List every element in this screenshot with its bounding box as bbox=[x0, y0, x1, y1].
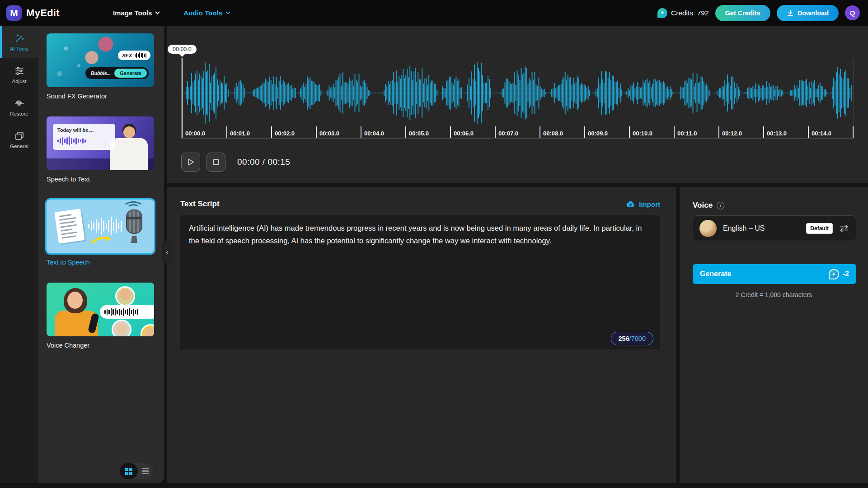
sound-fx-thumbnail: SFX Bubble... Generate bbox=[47, 33, 154, 87]
view-toggle bbox=[120, 463, 153, 479]
download-icon bbox=[787, 9, 794, 17]
rail-label: Adjust bbox=[12, 79, 27, 84]
list-view-button[interactable] bbox=[138, 468, 153, 474]
voice-avatar bbox=[699, 220, 717, 237]
voice-title: Voice bbox=[693, 201, 713, 210]
audio-wave-icon bbox=[14, 98, 25, 109]
menu-image-tools-label: Image Tools bbox=[113, 9, 152, 17]
credit-rate-note: 2 Credit = 1,000 characters bbox=[680, 291, 868, 298]
timeline-tick: 00:05.0 bbox=[405, 126, 406, 138]
avatar-bubble bbox=[115, 286, 135, 306]
stop-button[interactable] bbox=[206, 153, 225, 172]
credits-indicator[interactable]: ✦ Credits: 792 bbox=[657, 8, 709, 18]
menu-audio-tools-label: Audio Tools bbox=[183, 9, 222, 17]
rail-label: Restore bbox=[10, 111, 28, 116]
character-counter: 256 /7000 bbox=[611, 332, 654, 345]
info-icon[interactable]: i bbox=[717, 202, 724, 209]
navbar-right: ✦ Credits: 792 Get Credits Download Q bbox=[657, 5, 860, 21]
sliders-icon bbox=[14, 65, 25, 76]
timeline-tick: 00:14.0 bbox=[808, 126, 809, 138]
generate-label: Generate bbox=[700, 270, 731, 278]
import-button[interactable]: Import bbox=[626, 200, 660, 208]
sfx-pill: SFX bbox=[118, 51, 150, 60]
black-waveform-icon bbox=[100, 305, 154, 319]
play-icon bbox=[186, 158, 195, 167]
get-credits-button[interactable]: Get Credits bbox=[715, 5, 770, 21]
grid-icon bbox=[125, 468, 132, 475]
tool-card-text-to-speech[interactable]: Text to Speech bbox=[47, 200, 155, 266]
playhead-line[interactable] bbox=[182, 58, 183, 138]
play-button[interactable] bbox=[181, 153, 200, 172]
rail-item-general[interactable]: General bbox=[0, 123, 38, 156]
voice-selector[interactable]: English – US Default bbox=[693, 215, 856, 241]
timeline-tick: 00:09.0 bbox=[584, 126, 585, 138]
playback-controls: 00:00 / 00:15 bbox=[181, 153, 290, 172]
microphone-illustration bbox=[126, 209, 142, 234]
tool-card-speech-to-text[interactable]: Today will be.... Speech to Text bbox=[47, 116, 155, 183]
rail-label: AI Tools bbox=[10, 46, 28, 51]
default-badge: Default bbox=[806, 223, 833, 234]
rail-item-ai-tools[interactable]: AI Tools bbox=[0, 26, 38, 58]
tools-panel: SFX Bubble... Generate Sound FX Generato… bbox=[38, 26, 164, 483]
generate-button[interactable]: Generate ✦ -2 bbox=[693, 264, 856, 284]
document-illustration bbox=[54, 209, 84, 243]
user-avatar[interactable]: Q bbox=[845, 5, 860, 20]
credits-icon: ✦ bbox=[657, 8, 667, 18]
brand-name[interactable]: MyEdit bbox=[26, 7, 60, 19]
text-script-panel: ‹ Text Script Import Artificial intellig… bbox=[167, 187, 676, 483]
cost-value: -2 bbox=[843, 270, 849, 278]
timeline-tick: 00:01.0 bbox=[226, 126, 227, 138]
rail-item-restore[interactable]: Restore bbox=[0, 91, 38, 123]
top-navbar: M MyEdit Image Tools Audio Tools ✦ Credi… bbox=[0, 0, 868, 26]
chevron-down-icon bbox=[155, 11, 160, 14]
timeline-tick: 00:04.0 bbox=[361, 126, 361, 138]
purple-waveform-icon bbox=[57, 136, 111, 145]
tool-card-sound-fx-generator[interactable]: SFX Bubble... Generate Sound FX Generato… bbox=[47, 33, 155, 100]
person-illustration bbox=[123, 126, 135, 138]
download-label: Download bbox=[798, 9, 829, 17]
tool-label: Voice Changer bbox=[47, 342, 155, 349]
text-script-title: Text Script bbox=[180, 200, 220, 209]
time-display: 00:00 / 00:15 bbox=[237, 157, 290, 167]
audio-preview-panel: 00:00.0 00:00.000:01.000:02.000:03.000:0… bbox=[167, 26, 868, 183]
tool-label: Text to Speech bbox=[47, 259, 155, 266]
swap-voice-icon[interactable] bbox=[839, 224, 849, 232]
category-rail: AI Tools Adjust Restore General bbox=[0, 26, 38, 483]
timeline-tick: 00:15.0 bbox=[853, 126, 854, 138]
generate-cost: ✦ -2 bbox=[829, 269, 849, 279]
main-menu: Image Tools Audio Tools bbox=[113, 9, 230, 17]
char-count: 256 bbox=[619, 335, 629, 342]
cloud-upload-icon bbox=[626, 200, 635, 208]
yellow-arrow-icon bbox=[90, 234, 113, 246]
credits-label: Credits: 792 bbox=[671, 9, 709, 17]
avatar-bubble bbox=[141, 324, 154, 336]
menu-audio-tools[interactable]: Audio Tools bbox=[183, 9, 230, 17]
tool-label: Speech to Text bbox=[47, 176, 155, 183]
rail-item-adjust[interactable]: Adjust bbox=[0, 58, 38, 91]
waveform-container[interactable]: 00:00.000:01.000:02.000:03.000:04.000:05… bbox=[181, 58, 854, 139]
tool-card-voice-changer[interactable]: Voice Changer bbox=[47, 283, 155, 349]
tool-label: Sound FX Generator bbox=[47, 93, 155, 100]
caption-card: Today will be.... bbox=[53, 124, 115, 150]
timeline-tick: 00:02.0 bbox=[271, 126, 272, 138]
layers-icon bbox=[14, 130, 25, 141]
grid-view-button[interactable] bbox=[120, 463, 138, 479]
script-textarea[interactable]: Artificial intelligence (AI) has made tr… bbox=[180, 215, 660, 349]
waveform-svg bbox=[182, 59, 854, 127]
playhead-tooltip: 00:00.0 bbox=[168, 45, 197, 54]
timeline-tick: 00:03.0 bbox=[316, 126, 317, 138]
voice-name: English – US bbox=[723, 224, 765, 232]
myedit-logo-icon[interactable]: M bbox=[6, 5, 22, 21]
char-limit: /7000 bbox=[629, 335, 646, 342]
speech-to-text-thumbnail: Today will be.... bbox=[47, 116, 154, 170]
rail-label: General bbox=[10, 144, 28, 149]
timeline-tick: 00:06.0 bbox=[450, 126, 451, 138]
timeline-tick: 00:07.0 bbox=[495, 126, 496, 138]
download-button[interactable]: Download bbox=[777, 5, 839, 21]
timeline-ticks: 00:00.000:01.000:02.000:03.000:04.000:05… bbox=[182, 125, 854, 138]
sfx-generate-row: Bubble... Generate bbox=[85, 67, 149, 79]
text-to-speech-thumbnail bbox=[47, 200, 154, 253]
sfx-waveform-icon bbox=[135, 52, 147, 58]
voice-changer-thumbnail bbox=[47, 283, 154, 336]
menu-image-tools[interactable]: Image Tools bbox=[113, 9, 160, 17]
